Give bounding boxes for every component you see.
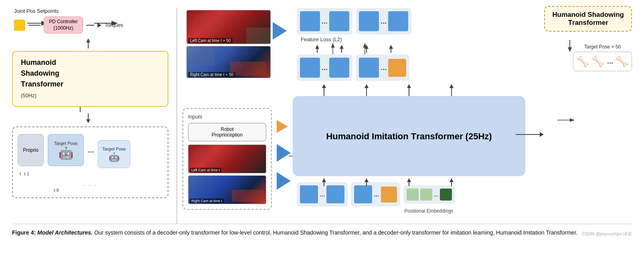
blue-block-mid-1: [300, 58, 320, 78]
target-pose-label-2: Target Pose: [102, 147, 126, 151]
dots-bot-2: ...: [374, 191, 379, 198]
vertical-divider: [176, 8, 177, 224]
main-container: Joint Pos Setpoints PD Controller (1000H…: [0, 0, 644, 240]
target-pose-right-label: Target Pose × 50: [573, 44, 632, 50]
blue-tri-bot2: [277, 172, 291, 190]
blue-block-3: [359, 11, 379, 31]
hit-label: Humanoid Imitation Transformer (25Hz): [326, 130, 492, 143]
target-pose-label-top: Target Pose: [54, 141, 78, 146]
orange-triangle-top: [277, 120, 288, 133]
caption-text: Figure 4: Model Architectures. Our syste…: [12, 228, 632, 237]
caption-section: Figure 4: Model Architectures. Our syste…: [12, 224, 632, 237]
bottom-blocks-section: ... ... ... Positional Embeddings: [297, 182, 455, 214]
blue-block-4: [388, 11, 408, 31]
robot-prop-box: Robot Proprioception: [188, 123, 266, 141]
watermark: CSDN @jiayoushijie-泽宣: [582, 231, 632, 237]
blue-block-mid-3: [359, 58, 379, 78]
feature-loss-section: ... ... Feature Loss (L2) ...: [297, 8, 411, 83]
svg-marker-11: [86, 38, 90, 42]
blue-triangle-bot: [277, 144, 291, 162]
robot-figure-icon: 🤖: [59, 147, 73, 159]
skeleton-3: 🦴: [616, 55, 628, 68]
bot-arr-1: [321, 178, 327, 186]
hit-to-right-arrow: [516, 132, 544, 137]
blue-block-1: [300, 11, 320, 31]
robot-figure-icon-2: 🤖: [109, 153, 119, 162]
arrow-line-1: [28, 25, 41, 26]
svg-marker-21: [389, 45, 393, 49]
svg-marker-35: [407, 178, 411, 182]
up-arrow-2: [338, 45, 345, 53]
right-cam-bot-label: Right Cam at time t: [190, 199, 224, 203]
right-cam-bot-block: Right Cam at time t: [188, 175, 266, 204]
pos-embed-label: Positional Embeddings: [297, 208, 453, 214]
target-pose-container: Target Pose 🤖: [48, 134, 84, 166]
joint-pos-label: Joint Pos Setpoints: [14, 8, 168, 14]
up-arrow-4: [388, 45, 394, 53]
orange-block-bot: [381, 187, 397, 203]
up-arrow-hst: [84, 38, 168, 50]
blue-tri-top: [273, 22, 287, 40]
up-arrow-3: [363, 45, 370, 53]
more-dots: . . .: [18, 181, 163, 187]
target-pose-right-section: Target Pose × 50 🦴 🦴 ... 🦴: [573, 44, 632, 71]
inputs-dashed-mid: Inputs Robot Proprioception Left Cam at …: [182, 108, 272, 210]
svg-marker-17: [340, 45, 344, 49]
inputs-title: Inputs: [188, 114, 266, 120]
svg-marker-25: [365, 84, 369, 88]
pos-embed-group: ...: [403, 185, 456, 204]
left-section: Joint Pos Setpoints PD Controller (1000H…: [12, 8, 168, 198]
orange-block-mid: [388, 59, 406, 77]
right-cam-top-label: Right Cam at time t + 50: [188, 72, 235, 77]
bot-arr-3: [406, 178, 412, 186]
right-cam-top-block: Right Cam at time t + 50: [186, 46, 271, 78]
top-cam-section: Left Cam at time t + 50 Right Cam at tim…: [186, 10, 271, 78]
proprio-box: Proprio: [18, 134, 44, 166]
svg-marker-31: [322, 178, 326, 182]
pd-controller-row: PD Controller (1000Hz) Torques: [14, 16, 168, 34]
bot-arr-2: [363, 178, 370, 186]
green-light-2: [420, 189, 432, 201]
t8-label: t-8: [54, 188, 163, 193]
target-pose-box-2: Target Pose 🤖: [98, 140, 130, 168]
mid-block-group-2: ...: [356, 54, 409, 81]
hit-up-arrows: [321, 84, 455, 96]
down-arrow-hst: [84, 113, 168, 125]
svg-marker-27: [407, 84, 411, 88]
bot-up-arrows: [321, 178, 455, 186]
up-arrow-1: [314, 45, 320, 53]
up-arr-3: [406, 84, 412, 96]
inputs-inner-row: Proprio Target Pose 🤖 ... Target Pose 🤖: [18, 132, 163, 168]
block-group-1: ...: [297, 8, 352, 34]
svg-marker-39: [568, 47, 572, 52]
blue-block-bot-1: [300, 185, 318, 203]
left-cam-top-block: Left Cam at time t + 50: [186, 10, 271, 44]
caption-italic: Model Architectures.: [37, 229, 93, 236]
hst-box: Humanoid Shadowing Transformer (50Hz): [12, 51, 168, 107]
svg-marker-29: [450, 84, 454, 88]
left-cam-bot-label: Left Cam at time t: [190, 168, 221, 173]
arrow-line-hit: [516, 134, 540, 135]
arrow-line-2: [86, 25, 94, 26]
svg-marker-33: [365, 178, 369, 182]
svg-marker-19: [365, 45, 369, 49]
svg-marker-15: [315, 45, 319, 49]
arrow-head-1: [97, 23, 101, 28]
blue-block-mid-2: [329, 58, 349, 78]
torques-label: Torques: [105, 22, 123, 28]
up-arr-4: [448, 84, 455, 96]
arrowhead-hit-right: [540, 132, 544, 137]
dots-mid-1: ...: [322, 64, 328, 72]
left-cam-bot-block: Left Cam at time t: [188, 145, 266, 173]
down-arrow-svg: [84, 113, 92, 123]
inputs-section-mid: Inputs Robot Proprioception Left Cam at …: [182, 108, 272, 210]
feature-loss-top-row: ... ...: [297, 8, 411, 34]
blue-block-2: [329, 11, 349, 31]
bot-arr-4: [448, 178, 455, 186]
feature-loss-label: Feature Loss (L2): [301, 36, 411, 42]
arrow-row: [516, 132, 544, 137]
target-pose-2-container: Target Pose 🤖: [98, 140, 130, 168]
caption-figure-label: Figure 4:: [12, 229, 36, 236]
dots-mid: ...: [88, 146, 94, 155]
blue-block-bot-3: [354, 185, 372, 203]
